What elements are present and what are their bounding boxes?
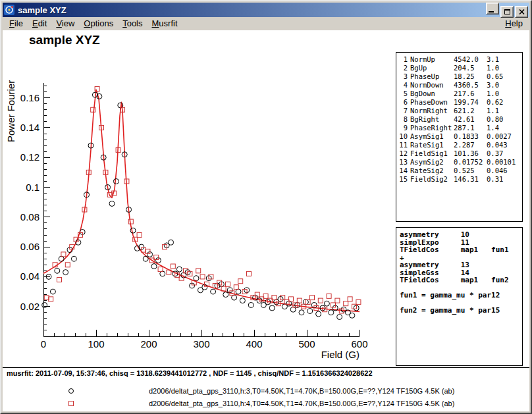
parameter-row: 10AsymSig10.18330.0027 (398, 132, 522, 141)
parameter-pval: 4360.5 (454, 81, 484, 90)
parameter-pval: 287.1 (454, 124, 484, 132)
menu-file[interactable]: File (5, 18, 28, 30)
data-point-square (327, 294, 331, 298)
theory-line: asymmetry 10 (400, 231, 522, 239)
parameter-row: 14RateSig20.5250.046 (398, 167, 522, 175)
theory-line: TFieldCos map1 fun1 (400, 246, 522, 254)
data-point-circle (240, 298, 245, 303)
data-point-circle (329, 310, 334, 315)
parameter-perr: 0.043 (487, 141, 522, 149)
data-point-circle (113, 178, 119, 184)
menu-musrfit[interactable]: Musrfit (147, 18, 182, 30)
menu-help[interactable]: Help (500, 18, 527, 30)
stats-divider (3, 367, 529, 368)
data-point-circle (248, 302, 253, 307)
maximize-button[interactable] (500, 6, 514, 18)
parameter-perr: 0.046 (487, 167, 522, 175)
data-point-circle (109, 201, 115, 206)
data-point-square (137, 233, 142, 238)
data-point-circle (316, 311, 321, 317)
parameter-row: 6PhaseDown199.740.62 (398, 98, 522, 107)
parameter-perr: 3.1 (487, 55, 522, 64)
data-point-square (238, 279, 243, 284)
data-point-circle (71, 256, 76, 261)
data-point-circle (324, 301, 329, 306)
close-button[interactable] (515, 6, 528, 18)
legend-label: d2006/deltat_pta_gps_3110,h:3,T0=4.50K,T… (149, 387, 454, 395)
fourier-plot[interactable]: 01002003004005006000.020.040.060.080.10.… (3, 30, 398, 380)
parameter-pval: 101.36 (454, 149, 484, 158)
parameter-row: 12FieldSig1101.360.37 (398, 149, 522, 158)
circle-marker-icon (68, 388, 74, 394)
parameter-row: 9PhaseRight287.11.4 (398, 124, 522, 132)
data-point-circle (269, 305, 275, 311)
maximize-icon (504, 9, 510, 14)
data-point-square (344, 301, 348, 306)
parameter-pname: BgDown (410, 90, 451, 98)
parameter-pn: 10 (398, 132, 408, 141)
data-point-circle (143, 256, 148, 261)
menu-view[interactable]: View (51, 18, 79, 30)
app-icon[interactable] (4, 5, 14, 15)
parameter-pname: RateSig2 (410, 167, 451, 175)
parameter-pn: 12 (398, 149, 408, 158)
data-point-circle (176, 267, 182, 272)
parameter-row: 2BgUp204.51.0 (398, 64, 522, 72)
root-canvas[interactable]: sample XYZ 01002003004005006000.020.040.… (3, 30, 529, 411)
parameter-pname: NormDown (410, 81, 451, 90)
parameter-pval: 42.61 (454, 115, 484, 124)
data-point-circle (151, 264, 157, 269)
parameter-pn: 11 (398, 141, 408, 149)
data-point-circle (211, 289, 216, 294)
minimize-button[interactable] (486, 3, 499, 14)
data-point-square (171, 264, 175, 269)
parameter-box[interactable]: 1NormUp4542.03.12BgUp204.51.03PhaseUp18.… (396, 52, 523, 222)
parameter-pname: NormUp (410, 55, 451, 64)
parameter-perr: 0.80 (487, 115, 522, 124)
parameter-pval: 4542.0 (454, 55, 484, 64)
data-point-square (200, 274, 205, 279)
parameter-pname: AsymSig1 (410, 132, 451, 141)
data-point-circle (130, 228, 136, 233)
data-point-square (196, 269, 201, 273)
title-bar[interactable]: sample XYZ (3, 3, 529, 17)
titlebar-buttons (485, 3, 528, 18)
x-tick-label: 400 (246, 338, 262, 349)
x-tick-label: 200 (140, 338, 157, 349)
data-point-circle (55, 268, 60, 273)
parameter-perr: 0.62 (487, 98, 522, 107)
parameter-row: 13AsymSig20.017520.00101 (398, 158, 522, 167)
data-point-circle (223, 292, 228, 298)
root-logo-icon (4, 5, 14, 15)
parameter-pname: PhaseRight (410, 124, 451, 132)
x-tick-label: 0 (41, 338, 46, 349)
window-title: sample XYZ (18, 5, 485, 15)
parameter-row: 1NormUp4542.03.1 (398, 55, 522, 64)
square-marker-icon (68, 401, 74, 406)
theory-line: asymmetry 13 (400, 261, 522, 269)
parameter-pval: 0.01752 (454, 158, 484, 167)
y-tick-label: 0.04 (20, 271, 40, 282)
data-point-circle (307, 309, 313, 314)
menu-bar-items: FileEditViewOptionsToolsMusrfit (5, 18, 182, 30)
parameter-row: 8BgRight42.610.80 (398, 115, 522, 124)
parameter-pn: 2 (398, 64, 408, 72)
parameter-pn: 14 (398, 167, 408, 175)
parameter-pname: PhaseDown (410, 98, 451, 107)
parameter-perr: 0.00101 (487, 158, 522, 167)
data-point-square (310, 296, 315, 300)
data-point-square (356, 299, 361, 304)
theory-box[interactable]: asymmetry 10simplExpo 11TFieldCos map1 f… (396, 227, 523, 366)
menu-options[interactable]: Options (79, 18, 118, 30)
parameter-perr: 1.0 (487, 90, 522, 98)
parameter-pval: 18.25 (454, 72, 484, 81)
data-point-circle (299, 310, 304, 315)
legend-label: d2006/deltat_pta_gps_3110,h:4,T0=4.50K,T… (149, 400, 454, 407)
parameter-row: 11RateSig12.2870.043 (398, 141, 522, 149)
menu-edit[interactable]: Edit (28, 18, 51, 30)
parameter-pn: 1 (398, 55, 408, 64)
y-tick-label: 0.1 (26, 182, 40, 193)
menu-tools[interactable]: Tools (118, 18, 147, 30)
parameter-pname: NormRight (410, 107, 451, 115)
parameter-pn: 15 (398, 175, 408, 184)
